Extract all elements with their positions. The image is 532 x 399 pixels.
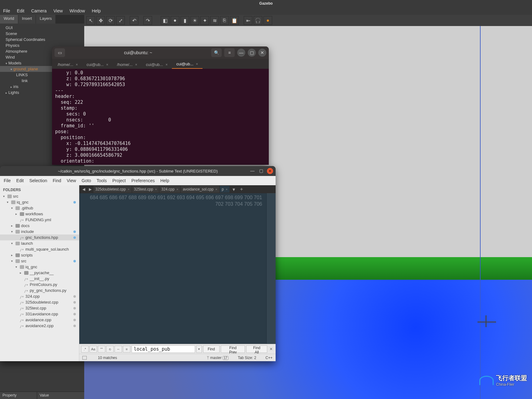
search-button[interactable]: 🔍	[211, 48, 222, 57]
terminal-output[interactable]: y: 0.0 z: 0.6836721301078796 w: 0.729789…	[52, 69, 269, 165]
editor-tab[interactable]: p×	[220, 186, 229, 193]
menu-project[interactable]: Project	[112, 178, 126, 183]
move-icon[interactable]: ✥	[96, 16, 105, 25]
terminal-tab[interactable]: cui@ub...×	[82, 60, 113, 69]
file-tree-item[interactable]: gnc_functions.hpp	[0, 235, 79, 240]
record-icon[interactable]: ●	[264, 16, 272, 25]
terminal-window[interactable]: ▭ cui@ubuntu: ~ 🔍 ≡ — ▢ ✕ /home/...×cui@…	[52, 46, 269, 165]
menu-edit[interactable]: Edit	[17, 8, 24, 13]
file-tree-item[interactable]: ▾include	[0, 229, 79, 235]
paste-icon[interactable]: 📋	[230, 16, 239, 25]
terminal-tab[interactable]: cui@ub...×	[172, 60, 202, 69]
file-tree-item[interactable]: FUNDING.yml	[0, 217, 79, 223]
menu-view[interactable]: View	[67, 178, 76, 183]
side-tab-layers[interactable]: Layers	[36, 15, 56, 24]
nav-back-icon[interactable]: ◀	[81, 187, 87, 191]
file-tree-item[interactable]: py_gnc_functions.py	[0, 287, 79, 293]
file-tree-item[interactable]: multi_square_sol.launch	[0, 246, 79, 252]
find-option[interactable]: .*	[81, 346, 89, 353]
rotate-icon[interactable]: ⟳	[106, 16, 115, 25]
side-tab-insert[interactable]: Insert	[18, 15, 36, 24]
file-tree-item[interactable]: __init__.py	[0, 276, 79, 282]
find-history-dropdown[interactable]: ▾	[196, 345, 202, 353]
copy-icon[interactable]: ⎘	[220, 16, 229, 25]
status-tabsize[interactable]: Tab Size: 2	[238, 356, 256, 360]
maximize-button[interactable]: ▢	[258, 168, 264, 173]
menu-file[interactable]: File	[3, 8, 10, 13]
side-tab-world[interactable]: World	[0, 15, 18, 24]
undo-icon[interactable]: ↶	[130, 16, 138, 25]
file-tree-item[interactable]: ▸__pycache__	[0, 270, 79, 276]
tree-scene[interactable]: Scene	[0, 31, 84, 37]
file-tree-item[interactable]: 324.cpp	[0, 293, 79, 299]
sphere-icon[interactable]: ●	[171, 16, 179, 25]
file-tree-item[interactable]: avoidance.cpp	[0, 317, 79, 323]
menu-help[interactable]: Help	[92, 8, 101, 13]
menu-goto[interactable]: Goto	[82, 178, 91, 183]
status-branch[interactable]: ᛘ master 17	[207, 356, 229, 360]
file-tree-item[interactable]: avoidance2.cpp	[0, 323, 79, 329]
file-tree-item[interactable]: ▾launch	[0, 240, 79, 246]
panel-toggle-icon[interactable]	[82, 356, 87, 360]
terminal-tab[interactable]: /home/...×	[113, 60, 142, 69]
find-option[interactable]: ↔	[115, 346, 122, 353]
menu-camera[interactable]: Camera	[31, 8, 47, 13]
sublime-window[interactable]: ~/catkin_ws/src/iq_gnc/include/gnc_funct…	[0, 166, 276, 361]
tree-spherical-coordinates[interactable]: Spherical Coordinates	[0, 37, 84, 42]
minimize-button[interactable]: —	[250, 168, 255, 173]
file-tree-item[interactable]: ▾src	[0, 193, 79, 199]
menu-edit[interactable]: Edit	[16, 178, 24, 183]
hamburger-button[interactable]: ≡	[224, 48, 235, 57]
editor-tab[interactable]: avoidance_sol.cpp×	[181, 186, 219, 193]
editor-tab[interactable]: 325doubletest.cpp×	[94, 186, 132, 193]
file-tree-item[interactable]: 325test.cpp	[0, 305, 79, 311]
file-tree-item[interactable]: ▾.github	[0, 205, 79, 211]
file-tree-item[interactable]: 331avoidance.cpp	[0, 311, 79, 317]
file-tree-item[interactable]: 325doubletest.cpp	[0, 299, 79, 305]
file-tree-item[interactable]: ▸scripts	[0, 252, 79, 258]
code-editor[interactable]: 684 685 686 687 688 689 690 691 692 693 …	[79, 193, 276, 344]
find-option[interactable]: ""	[98, 346, 105, 353]
menu-preferences[interactable]: Preferences	[131, 178, 155, 183]
close-find-icon[interactable]: ×	[268, 346, 274, 352]
file-tree-item[interactable]: ▾src	[0, 258, 79, 264]
light1-icon[interactable]: ☀	[190, 16, 199, 25]
minimize-button[interactable]: —	[237, 49, 245, 57]
new-tab-button[interactable]: +	[238, 186, 245, 192]
file-tree-item[interactable]: ▸docs	[0, 223, 79, 229]
file-tree-item[interactable]: ▸workflows	[0, 211, 79, 217]
menu-selection[interactable]: Selection	[29, 178, 47, 183]
minimap[interactable]	[266, 193, 276, 344]
redo-icon[interactable]: ↷	[143, 16, 152, 25]
terminal-titlebar[interactable]: ▭ cui@ubuntu: ~ 🔍 ≡ — ▢ ✕	[52, 46, 269, 59]
cyl-icon[interactable]: ▮	[181, 16, 189, 25]
sublime-titlebar[interactable]: ~/catkin_ws/src/iq_gnc/include/gnc_funct…	[0, 166, 276, 176]
menu-file[interactable]: File	[4, 178, 11, 183]
nav-fwd-icon[interactable]: ▶	[87, 187, 94, 191]
terminal-tab[interactable]: cui@ub...×	[142, 60, 172, 69]
close-button[interactable]: ✕	[267, 168, 273, 174]
tree-gui[interactable]: GUI	[0, 25, 84, 31]
menu-help[interactable]: Help	[160, 178, 169, 183]
find-all-button[interactable]: Find All	[246, 345, 267, 353]
find-button[interactable]: Find	[203, 345, 220, 353]
editor-tab[interactable]: 324.cpp×	[159, 186, 180, 193]
find-option[interactable]: ≡	[123, 346, 130, 353]
find-input[interactable]	[132, 345, 195, 353]
dropdown-tabs-icon[interactable]: ▾	[230, 186, 238, 192]
light3-icon[interactable]: ≋	[210, 16, 219, 25]
find-option[interactable]: Aa	[89, 346, 97, 353]
sublime-sidebar[interactable]: FOLDERS ▾src▾iq_gnc▾.github▸workflowsFUN…	[0, 185, 79, 361]
snap-icon[interactable]: 🎧	[254, 16, 262, 25]
light2-icon[interactable]: ✦	[200, 16, 209, 25]
cursor-icon[interactable]: ↖	[86, 16, 95, 25]
menu-find[interactable]: Find	[53, 178, 61, 183]
scale-icon[interactable]: ⤢	[116, 16, 125, 25]
find-option[interactable]: ⎋	[106, 346, 114, 353]
menu-tools[interactable]: Tools	[97, 178, 107, 183]
find-prev-button[interactable]: Find Prev	[221, 345, 245, 353]
file-tree-item[interactable]: ▾iq_gnc	[0, 199, 79, 205]
menu-view[interactable]: View	[53, 8, 63, 13]
new-tab-button[interactable]: ▭	[55, 48, 65, 57]
file-tree-item[interactable]: PrintColours.py	[0, 282, 79, 287]
